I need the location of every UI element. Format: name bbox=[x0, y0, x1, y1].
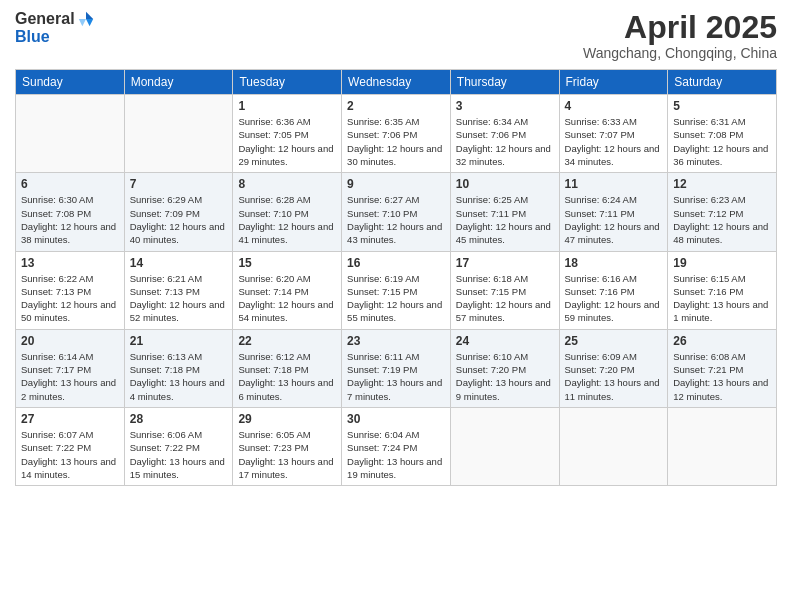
svg-marker-1 bbox=[86, 19, 93, 26]
day-number: 11 bbox=[565, 177, 663, 191]
day-number: 23 bbox=[347, 334, 445, 348]
calendar-header-row: SundayMondayTuesdayWednesdayThursdayFrid… bbox=[16, 70, 777, 95]
day-number: 3 bbox=[456, 99, 554, 113]
day-info: Sunrise: 6:20 AMSunset: 7:14 PMDaylight:… bbox=[238, 272, 336, 325]
calendar-week-3: 13Sunrise: 6:22 AMSunset: 7:13 PMDayligh… bbox=[16, 251, 777, 329]
day-number: 4 bbox=[565, 99, 663, 113]
calendar-cell: 2Sunrise: 6:35 AMSunset: 7:06 PMDaylight… bbox=[342, 95, 451, 173]
calendar-week-1: 1Sunrise: 6:36 AMSunset: 7:05 PMDaylight… bbox=[16, 95, 777, 173]
day-info: Sunrise: 6:34 AMSunset: 7:06 PMDaylight:… bbox=[456, 115, 554, 168]
calendar-cell: 7Sunrise: 6:29 AMSunset: 7:09 PMDaylight… bbox=[124, 173, 233, 251]
day-number: 27 bbox=[21, 412, 119, 426]
day-info: Sunrise: 6:21 AMSunset: 7:13 PMDaylight:… bbox=[130, 272, 228, 325]
day-info: Sunrise: 6:14 AMSunset: 7:17 PMDaylight:… bbox=[21, 350, 119, 403]
calendar-cell: 5Sunrise: 6:31 AMSunset: 7:08 PMDaylight… bbox=[668, 95, 777, 173]
day-info: Sunrise: 6:18 AMSunset: 7:15 PMDaylight:… bbox=[456, 272, 554, 325]
day-info: Sunrise: 6:04 AMSunset: 7:24 PMDaylight:… bbox=[347, 428, 445, 481]
day-info: Sunrise: 6:22 AMSunset: 7:13 PMDaylight:… bbox=[21, 272, 119, 325]
title-block: April 2025 Wangchang, Chongqing, China bbox=[583, 10, 777, 61]
day-info: Sunrise: 6:16 AMSunset: 7:16 PMDaylight:… bbox=[565, 272, 663, 325]
calendar-cell: 3Sunrise: 6:34 AMSunset: 7:06 PMDaylight… bbox=[450, 95, 559, 173]
day-number: 20 bbox=[21, 334, 119, 348]
calendar-cell bbox=[16, 95, 125, 173]
day-number: 9 bbox=[347, 177, 445, 191]
calendar-cell: 10Sunrise: 6:25 AMSunset: 7:11 PMDayligh… bbox=[450, 173, 559, 251]
calendar-cell: 11Sunrise: 6:24 AMSunset: 7:11 PMDayligh… bbox=[559, 173, 668, 251]
day-info: Sunrise: 6:06 AMSunset: 7:22 PMDaylight:… bbox=[130, 428, 228, 481]
day-number: 16 bbox=[347, 256, 445, 270]
day-number: 28 bbox=[130, 412, 228, 426]
location: Wangchang, Chongqing, China bbox=[583, 45, 777, 61]
calendar-cell: 1Sunrise: 6:36 AMSunset: 7:05 PMDaylight… bbox=[233, 95, 342, 173]
calendar-cell: 9Sunrise: 6:27 AMSunset: 7:10 PMDaylight… bbox=[342, 173, 451, 251]
day-number: 10 bbox=[456, 177, 554, 191]
day-header-sunday: Sunday bbox=[16, 70, 125, 95]
day-info: Sunrise: 6:25 AMSunset: 7:11 PMDaylight:… bbox=[456, 193, 554, 246]
calendar-cell: 25Sunrise: 6:09 AMSunset: 7:20 PMDayligh… bbox=[559, 329, 668, 407]
day-number: 17 bbox=[456, 256, 554, 270]
day-number: 25 bbox=[565, 334, 663, 348]
svg-marker-2 bbox=[78, 19, 85, 26]
day-number: 12 bbox=[673, 177, 771, 191]
day-header-friday: Friday bbox=[559, 70, 668, 95]
day-number: 2 bbox=[347, 99, 445, 113]
day-number: 14 bbox=[130, 256, 228, 270]
calendar-week-2: 6Sunrise: 6:30 AMSunset: 7:08 PMDaylight… bbox=[16, 173, 777, 251]
day-number: 19 bbox=[673, 256, 771, 270]
day-info: Sunrise: 6:36 AMSunset: 7:05 PMDaylight:… bbox=[238, 115, 336, 168]
calendar-cell: 30Sunrise: 6:04 AMSunset: 7:24 PMDayligh… bbox=[342, 407, 451, 485]
day-number: 8 bbox=[238, 177, 336, 191]
day-info: Sunrise: 6:07 AMSunset: 7:22 PMDaylight:… bbox=[21, 428, 119, 481]
svg-marker-0 bbox=[86, 12, 93, 19]
calendar-cell: 20Sunrise: 6:14 AMSunset: 7:17 PMDayligh… bbox=[16, 329, 125, 407]
day-number: 21 bbox=[130, 334, 228, 348]
calendar-cell: 12Sunrise: 6:23 AMSunset: 7:12 PMDayligh… bbox=[668, 173, 777, 251]
day-header-saturday: Saturday bbox=[668, 70, 777, 95]
day-info: Sunrise: 6:08 AMSunset: 7:21 PMDaylight:… bbox=[673, 350, 771, 403]
day-number: 1 bbox=[238, 99, 336, 113]
day-number: 18 bbox=[565, 256, 663, 270]
day-info: Sunrise: 6:19 AMSunset: 7:15 PMDaylight:… bbox=[347, 272, 445, 325]
day-info: Sunrise: 6:23 AMSunset: 7:12 PMDaylight:… bbox=[673, 193, 771, 246]
calendar-cell: 4Sunrise: 6:33 AMSunset: 7:07 PMDaylight… bbox=[559, 95, 668, 173]
logo: General Blue bbox=[15, 10, 95, 46]
day-number: 22 bbox=[238, 334, 336, 348]
calendar-cell: 6Sunrise: 6:30 AMSunset: 7:08 PMDaylight… bbox=[16, 173, 125, 251]
calendar-cell: 16Sunrise: 6:19 AMSunset: 7:15 PMDayligh… bbox=[342, 251, 451, 329]
calendar-cell: 27Sunrise: 6:07 AMSunset: 7:22 PMDayligh… bbox=[16, 407, 125, 485]
day-header-monday: Monday bbox=[124, 70, 233, 95]
day-info: Sunrise: 6:31 AMSunset: 7:08 PMDaylight:… bbox=[673, 115, 771, 168]
logo-blue: Blue bbox=[15, 28, 50, 46]
calendar-week-4: 20Sunrise: 6:14 AMSunset: 7:17 PMDayligh… bbox=[16, 329, 777, 407]
calendar-cell: 28Sunrise: 6:06 AMSunset: 7:22 PMDayligh… bbox=[124, 407, 233, 485]
page: General Blue April 2025 Wangchang, Chong… bbox=[0, 0, 792, 612]
day-number: 6 bbox=[21, 177, 119, 191]
day-number: 24 bbox=[456, 334, 554, 348]
calendar-cell: 17Sunrise: 6:18 AMSunset: 7:15 PMDayligh… bbox=[450, 251, 559, 329]
day-header-tuesday: Tuesday bbox=[233, 70, 342, 95]
calendar-week-5: 27Sunrise: 6:07 AMSunset: 7:22 PMDayligh… bbox=[16, 407, 777, 485]
day-info: Sunrise: 6:29 AMSunset: 7:09 PMDaylight:… bbox=[130, 193, 228, 246]
calendar-cell bbox=[668, 407, 777, 485]
day-info: Sunrise: 6:13 AMSunset: 7:18 PMDaylight:… bbox=[130, 350, 228, 403]
day-number: 15 bbox=[238, 256, 336, 270]
header: General Blue April 2025 Wangchang, Chong… bbox=[15, 10, 777, 61]
day-info: Sunrise: 6:11 AMSunset: 7:19 PMDaylight:… bbox=[347, 350, 445, 403]
day-number: 30 bbox=[347, 412, 445, 426]
day-header-thursday: Thursday bbox=[450, 70, 559, 95]
day-number: 26 bbox=[673, 334, 771, 348]
month-title: April 2025 bbox=[583, 10, 777, 45]
calendar-cell: 21Sunrise: 6:13 AMSunset: 7:18 PMDayligh… bbox=[124, 329, 233, 407]
day-info: Sunrise: 6:33 AMSunset: 7:07 PMDaylight:… bbox=[565, 115, 663, 168]
calendar-cell: 29Sunrise: 6:05 AMSunset: 7:23 PMDayligh… bbox=[233, 407, 342, 485]
calendar-cell: 23Sunrise: 6:11 AMSunset: 7:19 PMDayligh… bbox=[342, 329, 451, 407]
calendar-cell: 24Sunrise: 6:10 AMSunset: 7:20 PMDayligh… bbox=[450, 329, 559, 407]
day-info: Sunrise: 6:30 AMSunset: 7:08 PMDaylight:… bbox=[21, 193, 119, 246]
calendar-cell: 14Sunrise: 6:21 AMSunset: 7:13 PMDayligh… bbox=[124, 251, 233, 329]
day-info: Sunrise: 6:24 AMSunset: 7:11 PMDaylight:… bbox=[565, 193, 663, 246]
calendar-cell bbox=[559, 407, 668, 485]
day-info: Sunrise: 6:10 AMSunset: 7:20 PMDaylight:… bbox=[456, 350, 554, 403]
day-info: Sunrise: 6:12 AMSunset: 7:18 PMDaylight:… bbox=[238, 350, 336, 403]
calendar-cell bbox=[450, 407, 559, 485]
day-info: Sunrise: 6:15 AMSunset: 7:16 PMDaylight:… bbox=[673, 272, 771, 325]
